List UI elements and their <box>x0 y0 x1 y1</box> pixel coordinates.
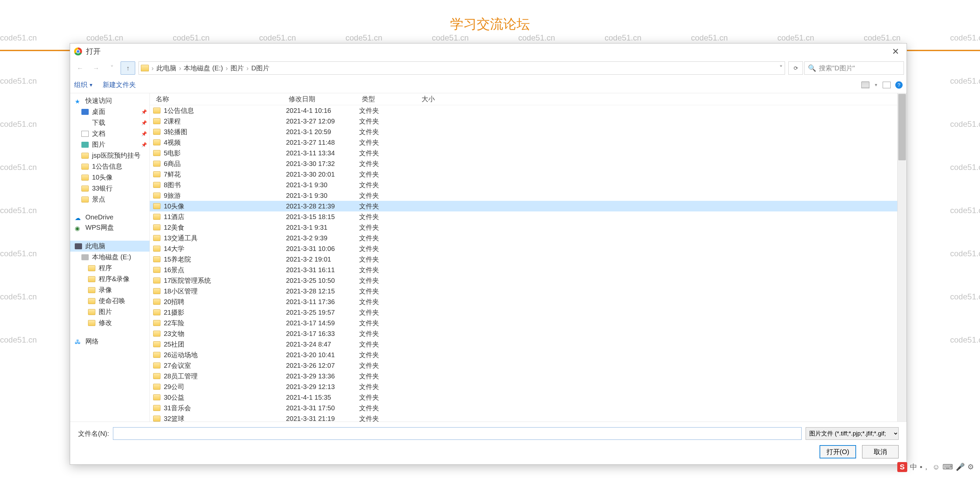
file-row[interactable]: 22车险2021-3-17 14:59文件夹 <box>150 318 897 328</box>
sidebar-item[interactable]: 图片 <box>70 306 150 318</box>
organize-button[interactable]: 组织 ▼ <box>74 80 93 89</box>
view-list-icon[interactable] <box>861 82 869 88</box>
sidebar-item[interactable]: 图片📌 <box>70 139 150 150</box>
sidebar-item[interactable]: 10头像 <box>70 172 150 183</box>
search-placeholder: 搜索"D图片" <box>819 64 855 73</box>
file-row[interactable]: 32篮球2021-3-31 21:19文件夹 <box>150 413 897 422</box>
sidebar-item[interactable]: 33银行 <box>70 183 150 194</box>
search-input[interactable]: 🔍 搜索"D图片" <box>804 61 904 75</box>
file-row[interactable]: 13交通工具2021-3-2 9:39文件夹 <box>150 233 897 243</box>
filename-input[interactable] <box>113 427 802 440</box>
col-name[interactable]: 名称 <box>153 95 286 103</box>
file-row[interactable]: 4视频2021-3-27 11:48文件夹 <box>150 137 897 148</box>
ime-icon[interactable]: S <box>897 462 907 472</box>
file-row[interactable]: 14大学2021-3-31 10:06文件夹 <box>150 243 897 254</box>
ime-lang[interactable]: 中 <box>910 462 917 472</box>
sidebar-item[interactable]: 文档📌 <box>70 128 150 139</box>
sidebar-item[interactable]: 程序&录像 <box>70 273 150 284</box>
file-row[interactable]: 15养老院2021-3-2 19:01文件夹 <box>150 254 897 265</box>
new-folder-button[interactable]: 新建文件夹 <box>103 80 136 89</box>
col-type[interactable]: 类型 <box>359 95 419 103</box>
folder-icon <box>153 267 161 273</box>
column-headers: 名称 修改日期 类型 大小 <box>150 93 897 105</box>
file-row[interactable]: 9旅游2021-3-1 9:30文件夹 <box>150 190 897 201</box>
file-row[interactable]: 2课程2021-3-27 12:09文件夹 <box>150 116 897 127</box>
file-row[interactable]: 6商品2021-3-30 17:32文件夹 <box>150 158 897 169</box>
scrollbar-thumb[interactable] <box>898 94 906 160</box>
sidebar-item[interactable]: 下载📌 <box>70 117 150 128</box>
sidebar-item[interactable]: 录像 <box>70 284 150 295</box>
breadcrumb-item[interactable]: 此电脑 <box>156 64 177 73</box>
file-row[interactable]: 10头像2021-3-28 21:39文件夹 <box>150 201 897 211</box>
address-dropdown[interactable]: ˅ <box>780 64 783 72</box>
file-row[interactable]: 26运动场地2021-3-20 10:41文件夹 <box>150 349 897 360</box>
sidebar-item[interactable]: jsp医院预约挂号 <box>70 150 150 161</box>
ime-emoji-icon[interactable]: ☺ <box>932 463 940 472</box>
sidebar-item[interactable]: 使命召唤 <box>70 295 150 306</box>
breadcrumb-item[interactable]: 本地磁盘 (E:) <box>184 64 223 73</box>
folder-icon <box>81 186 89 192</box>
file-row[interactable]: 7鲜花2021-3-30 20:01文件夹 <box>150 169 897 179</box>
file-row[interactable]: 3轮播图2021-3-1 20:59文件夹 <box>150 127 897 137</box>
col-date[interactable]: 修改日期 <box>286 95 359 103</box>
folder-icon <box>153 330 161 337</box>
sidebar-quick-access[interactable]: ★快速访问 <box>70 95 150 106</box>
back-button[interactable]: ← <box>73 61 88 75</box>
sidebar-item[interactable]: 修改 <box>70 318 150 328</box>
sidebar-item[interactable]: 1公告信息 <box>70 161 150 172</box>
refresh-button[interactable]: ⟳ <box>788 61 803 75</box>
file-row[interactable]: 31音乐会2021-3-31 17:50文件夹 <box>150 403 897 413</box>
recent-dropdown[interactable]: ˅ <box>105 61 119 75</box>
folder-icon <box>153 320 161 326</box>
ime-keyboard-icon[interactable]: ⌨ <box>942 463 953 472</box>
folder-icon <box>81 175 89 181</box>
star-icon: ★ <box>75 98 82 104</box>
file-row[interactable]: 16景点2021-3-31 16:11文件夹 <box>150 265 897 275</box>
file-row[interactable]: 20招聘2021-3-11 17:36文件夹 <box>150 297 897 307</box>
sidebar-onedrive[interactable]: ☁OneDrive <box>70 213 150 222</box>
view-dropdown[interactable]: ▼ <box>874 83 878 87</box>
file-row[interactable]: 25社团2021-3-24 8:47文件夹 <box>150 339 897 349</box>
sidebar-item[interactable]: 程序 <box>70 262 150 273</box>
sidebar-wps[interactable]: ◉WPS网盘 <box>70 222 150 233</box>
disk-icon <box>81 254 89 260</box>
up-button[interactable]: ↑ <box>121 61 135 75</box>
breadcrumb-item[interactable]: D图片 <box>251 64 269 73</box>
file-row[interactable]: 5电影2021-3-11 13:34文件夹 <box>150 148 897 158</box>
sidebar-item[interactable]: 桌面📌 <box>70 106 150 117</box>
file-row[interactable]: 11酒店2021-3-15 18:15文件夹 <box>150 211 897 222</box>
folder-icon <box>153 299 161 305</box>
sidebar-this-pc[interactable]: 此电脑 <box>70 241 150 252</box>
file-row[interactable]: 30公益2021-4-1 15:35文件夹 <box>150 392 897 403</box>
address-bar[interactable]: › 此电脑 › 本地磁盘 (E:) › 图片 › D图片 ˅ <box>138 61 785 75</box>
open-button[interactable]: 打开(O) <box>819 445 856 458</box>
col-size[interactable]: 大小 <box>419 95 452 103</box>
view-preview-icon[interactable] <box>883 82 891 88</box>
sidebar-disk[interactable]: 本地磁盘 (E:) <box>70 252 150 262</box>
filetype-select[interactable]: 图片文件 (*.tiff;*.pjp;*.jfif;*.gif; <box>806 427 899 440</box>
ime-mic-icon[interactable]: 🎤 <box>956 463 965 472</box>
file-row[interactable]: 21摄影2021-3-25 19:57文件夹 <box>150 307 897 318</box>
scrollbar[interactable] <box>897 93 907 422</box>
close-button[interactable]: ✕ <box>889 45 903 58</box>
file-row[interactable]: 12美食2021-3-1 9:31文件夹 <box>150 222 897 233</box>
ime-settings-icon[interactable]: ⚙ <box>967 463 974 472</box>
cancel-button[interactable]: 取消 <box>862 445 899 458</box>
breadcrumb-item[interactable]: 图片 <box>231 64 244 73</box>
folder-icon <box>153 203 161 209</box>
file-row[interactable]: 27会议室2021-3-26 12:07文件夹 <box>150 360 897 371</box>
ime-punct-icon[interactable]: •， <box>920 462 930 472</box>
file-row[interactable]: 17医院管理系统2021-3-25 10:50文件夹 <box>150 275 897 286</box>
file-row[interactable]: 28员工管理2021-3-29 13:36文件夹 <box>150 371 897 381</box>
sidebar-network[interactable]: 🖧网络 <box>70 336 150 347</box>
file-row[interactable]: 29公司2021-3-29 12:13文件夹 <box>150 381 897 392</box>
folder-icon <box>153 405 161 411</box>
file-row[interactable]: 23文物2021-3-17 16:33文件夹 <box>150 328 897 339</box>
forward-button[interactable]: → <box>89 61 103 75</box>
sidebar-item[interactable]: 景点 <box>70 194 150 205</box>
pin-icon: 📌 <box>141 109 147 114</box>
file-row[interactable]: 1公告信息2021-4-1 10:16文件夹 <box>150 105 897 116</box>
file-row[interactable]: 8图书2021-3-1 9:30文件夹 <box>150 179 897 190</box>
file-row[interactable]: 18小区管理2021-3-28 12:15文件夹 <box>150 286 897 297</box>
help-icon[interactable]: ? <box>895 81 903 89</box>
